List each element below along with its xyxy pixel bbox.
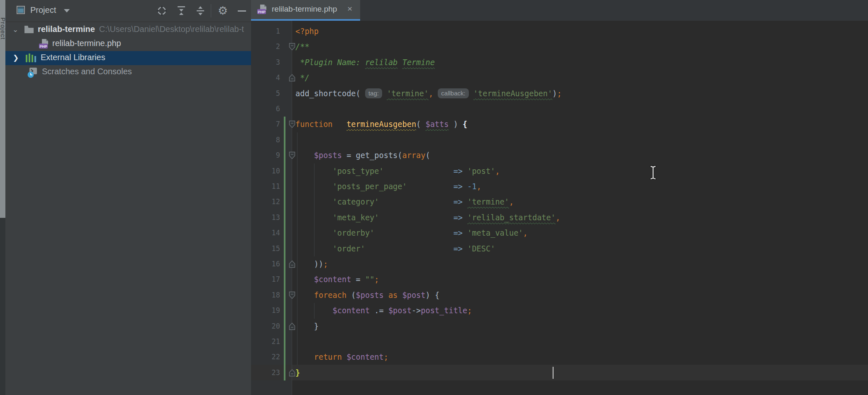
line-number[interactable]: 19 — [251, 303, 280, 318]
collapse-all-icon[interactable] — [195, 5, 206, 17]
line-number[interactable]: 5 — [251, 86, 280, 101]
fold-start-icon[interactable] — [289, 151, 295, 159]
code-line-4[interactable]: */ — [295, 70, 310, 85]
fold-end-icon[interactable] — [289, 322, 295, 330]
code-token: 'meta_value' — [467, 229, 523, 237]
code-line-22[interactable]: return $content; — [295, 349, 388, 365]
settings-gear-icon[interactable]: ⚙ — [217, 5, 229, 17]
code-line-19[interactable]: $content .= $post->post_title; — [295, 303, 472, 318]
tree-item-label[interactable]: External Libraries — [41, 53, 105, 62]
code-line-17[interactable]: $content = ""; — [295, 272, 379, 287]
code-token — [379, 213, 454, 222]
php-file-icon: PHP — [257, 4, 267, 15]
code-line-15[interactable]: 'order' => 'DESC' — [295, 241, 495, 256]
chevron-right-icon[interactable]: ❯ — [13, 54, 19, 62]
line-number[interactable]: 10 — [251, 163, 280, 179]
code-line-12[interactable]: 'category' => 'termine', — [295, 194, 514, 210]
fold-end-icon[interactable] — [289, 369, 295, 377]
line-number[interactable]: 8 — [251, 132, 280, 148]
code-line-18[interactable]: foreach ($posts as $post) { — [295, 288, 439, 303]
fold-end-icon[interactable] — [289, 74, 295, 82]
project-panel-title[interactable]: Project — [30, 5, 56, 15]
line-number[interactable]: 17 — [251, 272, 280, 287]
code-token: => — [454, 213, 463, 222]
code-token: $atts — [425, 120, 449, 129]
code-line-9[interactable]: $posts = get_posts(array( — [295, 148, 430, 163]
code-token — [463, 213, 467, 222]
code-line-2[interactable]: /** — [295, 39, 310, 54]
code-line-11[interactable]: 'posts_per_page' => -1, — [295, 179, 481, 194]
line-number[interactable]: 22 — [251, 349, 280, 365]
folder-icon — [24, 25, 34, 34]
code-token: = get_posts( — [342, 151, 402, 160]
hide-panel-icon[interactable] — [236, 5, 248, 17]
code-line-16[interactable]: )); — [295, 256, 328, 272]
line-number[interactable]: 11 — [251, 179, 280, 194]
line-number[interactable]: 18 — [251, 288, 280, 303]
tree-item-label[interactable]: Scratches and Consoles — [42, 67, 132, 76]
line-number[interactable]: 9 — [251, 148, 280, 163]
tree-row-project-root[interactable]: ⌄ relilab-termineC:\Users\Daniel\Desktop… — [5, 23, 251, 37]
line-number[interactable]: 16 — [251, 256, 280, 272]
code-line-13[interactable]: 'meta_key' => 'relilab_startdate', — [295, 210, 560, 225]
code-token: array — [402, 151, 425, 160]
code-token: )) — [295, 260, 323, 268]
code-token: add_shortcode( — [295, 89, 365, 98]
line-number[interactable]: 1 — [251, 24, 280, 39]
locate-icon[interactable] — [156, 5, 168, 17]
code-token: => — [454, 244, 463, 253]
expand-all-icon[interactable] — [176, 5, 187, 17]
code-line-14[interactable]: 'orderby' => 'meta_value', — [295, 225, 528, 241]
tab-relilab-termine-php[interactable]: PHP relilab-termine.php × — [251, 0, 360, 19]
line-number[interactable]: 21 — [251, 334, 280, 349]
line-number[interactable]: 3 — [251, 55, 280, 70]
code-token — [463, 182, 467, 191]
library-bars-icon — [25, 54, 38, 63]
fold-start-icon[interactable] — [289, 43, 295, 51]
code-token: 'category' — [333, 198, 379, 206]
dropdown-arrow-icon[interactable] — [64, 9, 70, 12]
code-token: 'orderby' — [333, 229, 375, 237]
chevron-down-icon[interactable]: ⌄ — [12, 25, 18, 34]
tree-row-php-file[interactable]: PHP relilab-termine.php — [5, 37, 251, 51]
code-token: 'termineAusgeben' — [473, 89, 552, 98]
code-token — [397, 58, 402, 67]
tool-window-stripe[interactable]: Project — [0, 0, 5, 218]
code-token — [463, 198, 467, 206]
tree-item-label[interactable]: relilab-termine — [38, 24, 95, 34]
line-number[interactable]: 14 — [251, 225, 280, 241]
code-line-5[interactable]: add_shortcode( tag: 'termine', callback:… — [295, 86, 562, 101]
code-line-7[interactable]: function termineAusgeben( $atts ) { — [295, 117, 467, 132]
line-number[interactable]: 15 — [251, 241, 280, 256]
line-number[interactable]: 7 — [251, 117, 280, 132]
line-number[interactable]: 2 — [251, 39, 280, 54]
fold-end-icon[interactable] — [289, 260, 295, 268]
line-number[interactable]: 20 — [251, 319, 280, 334]
line-number[interactable]: 23 — [251, 365, 280, 380]
fold-start-icon[interactable] — [289, 120, 295, 128]
code-token: { — [463, 120, 467, 129]
code-line-23[interactable]: } — [295, 365, 300, 380]
code-token — [295, 198, 333, 206]
code-token: $posts — [314, 151, 342, 160]
code-token: foreach — [314, 291, 346, 300]
tab-title[interactable]: relilab-termine.php — [272, 5, 337, 14]
line-number[interactable]: 4 — [251, 70, 280, 85]
code-line-3[interactable]: *Plugin Name: relilab Termine — [295, 55, 435, 70]
fold-start-icon[interactable] — [289, 291, 295, 299]
code-line-20[interactable]: } — [295, 319, 319, 334]
line-number[interactable]: 12 — [251, 194, 280, 210]
code-token: ( — [346, 291, 356, 300]
tree-item-label[interactable]: relilab-termine.php — [52, 39, 121, 48]
code-line-10[interactable]: 'post_type' => 'post', — [295, 163, 500, 179]
tree-row-external-libraries[interactable]: ❯ External Libraries — [5, 51, 251, 65]
tab-close-icon[interactable]: × — [347, 4, 352, 14]
code-token — [295, 244, 333, 253]
tree-row-scratches[interactable]: Scratches and Consoles — [5, 65, 251, 79]
code-token: => — [454, 167, 463, 176]
code-line-1[interactable]: <?php — [295, 24, 319, 39]
line-number[interactable]: 6 — [251, 101, 280, 117]
code-token: /** — [295, 42, 310, 51]
line-number[interactable]: 13 — [251, 210, 280, 225]
code-token — [295, 353, 314, 361]
